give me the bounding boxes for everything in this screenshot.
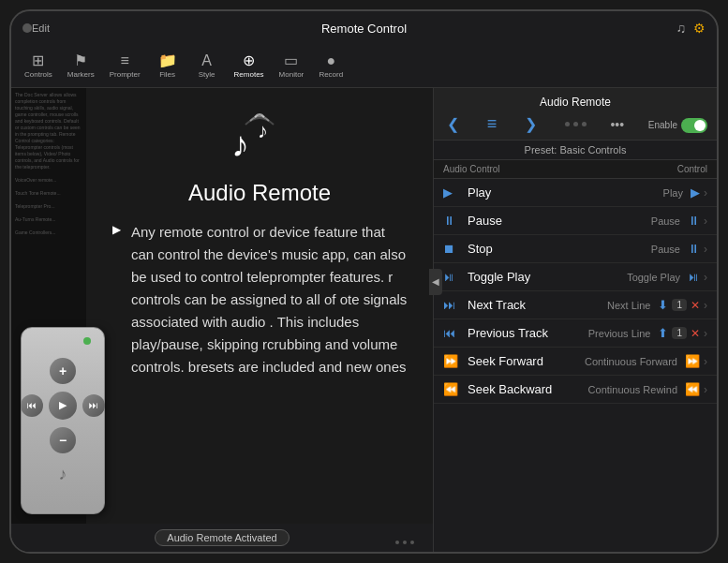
seek-fwd-action: Continuous Forward <box>585 356 677 367</box>
controls-icon: ⊞ <box>32 53 44 68</box>
seek-bwd-action-icon: ⏪ <box>685 382 700 396</box>
next-track-name: Next Track <box>464 298 607 312</box>
col-control: Control <box>677 164 707 174</box>
toggle-thumb <box>694 120 706 131</box>
prev-track-action: Previous Line <box>588 328 651 339</box>
control-stop[interactable]: ⏹ Stop Pause ⏸ › <box>434 235 717 263</box>
window-title: Remote Control <box>321 22 407 36</box>
play-action: Play <box>663 187 683 199</box>
stop-icon: ⏹ <box>443 242 464 256</box>
files-label: Files <box>159 70 175 79</box>
remote-play-button[interactable]: ▶ <box>49 392 77 420</box>
record-icon: ● <box>326 53 335 68</box>
control-list-header: Audio Control Control <box>434 160 717 179</box>
next-track-x[interactable]: ✕ <box>691 299 700 312</box>
ar-dot-1 <box>565 122 570 126</box>
next-track-chevron: › <box>704 299 707 312</box>
play-chevron: › <box>704 186 707 200</box>
ar-next-nav[interactable]: ❯ <box>521 115 541 133</box>
control-previous-track[interactable]: ⏮ Previous Track Previous Line ⬆ 1 ✕ › <box>434 319 717 348</box>
ar-controls-row: ❮ ≡ ❯ ••• Enable <box>443 114 707 134</box>
seek-bwd-icon: ⏪ <box>443 382 464 396</box>
col-audio-control: Audio Control <box>443 164 500 174</box>
control-play[interactable]: ▶ Play Play ▶ › <box>434 179 717 207</box>
seek-bwd-chevron: › <box>704 383 707 396</box>
toolbar-remotes[interactable]: ⊕ Remotes <box>229 52 270 81</box>
settings-icon[interactable]: ⚙ <box>693 21 706 36</box>
control-next-track[interactable]: ⏭ Next Track Next Line ⬇ 1 ✕ › <box>434 291 717 319</box>
doc-description: Any remote control or device feature tha… <box>109 221 410 378</box>
toolbar-markers[interactable]: ⚑ Markers <box>62 52 100 81</box>
play-name: Play <box>464 185 663 200</box>
stop-action: Pause <box>651 244 680 255</box>
toolbar-monitor[interactable]: ▭ Monitor <box>274 52 310 81</box>
remote-widget: + ⏮ ▶ ⏭ − ♪ <box>21 327 105 514</box>
ar-more-button[interactable]: ••• <box>610 117 624 132</box>
main-content: The Doc Server allows allows completion … <box>11 88 717 552</box>
remote-music-note: ♪ <box>59 465 67 484</box>
remotes-label: Remotes <box>234 70 264 79</box>
prompter-label: Prompter <box>110 70 141 79</box>
sidebar-doc-text: The Doc Server allows allows completion … <box>11 88 86 240</box>
svg-text:♪: ♪ <box>258 119 268 142</box>
edit-label[interactable]: Edit <box>32 22 50 34</box>
preset-label: Preset: Basic Controls <box>525 144 627 156</box>
pause-action-icon: ⏸ <box>688 214 700 228</box>
toggle-play-chevron: › <box>704 271 707 284</box>
seek-fwd-chevron: › <box>704 355 707 368</box>
stop-name: Stop <box>464 242 651 256</box>
doc-main: ♪ ♪ Audio Remote Any remote control or d… <box>86 88 433 524</box>
prev-track-x[interactable]: ✕ <box>691 327 700 340</box>
remotes-icon: ⊕ <box>243 53 255 68</box>
markers-label: Markers <box>67 70 95 79</box>
remote-minus-button[interactable]: − <box>50 427 76 453</box>
toolbar-style[interactable]: A Style <box>189 52 225 81</box>
top-bar: Edit Remote Control ♫ ⚙ <box>11 11 717 45</box>
next-track-action-icon: ⬇ <box>658 298 668 312</box>
top-bar-right: ♫ ⚙ <box>676 21 706 36</box>
toolbar-prompter[interactable]: ≡ Prompter <box>104 52 146 81</box>
next-track-icon: ⏭ <box>443 298 464 312</box>
enable-toggle[interactable] <box>681 118 707 133</box>
play-action-icon: ▶ <box>691 185 700 200</box>
ar-equalizer-icon[interactable]: ≡ <box>487 114 498 134</box>
prev-track-icon: ⏮ <box>443 326 464 340</box>
control-seek-backward[interactable]: ⏪ Seek Backward Continuous Rewind ⏪ › <box>434 376 717 404</box>
remote-next-button[interactable]: ⏭ <box>82 394 105 417</box>
prompter-icon: ≡ <box>120 53 128 68</box>
prev-track-badge: 1 <box>672 327 687 339</box>
audio-remote-header: Audio Remote ❮ ≡ ❯ ••• Enable <box>434 88 717 141</box>
toggle-play-action: Toggle Play <box>627 272 680 283</box>
ar-nav-dots <box>565 122 587 126</box>
panel-collapse-button[interactable]: ◀ <box>429 269 442 295</box>
activated-badge: Audio Remote Activated <box>155 529 289 546</box>
control-toggle-play[interactable]: ⏯ Toggle Play Toggle Play ⏯ › <box>434 263 717 291</box>
toggle-play-icon: ⏯ <box>443 270 464 284</box>
stop-action-icon: ⏸ <box>688 242 700 256</box>
seek-fwd-icon: ⏩ <box>443 354 464 368</box>
style-icon: A <box>201 53 212 68</box>
stop-chevron: › <box>704 243 707 256</box>
progress-dot-2 <box>403 541 407 544</box>
control-list: ▶ Play Play ▶ › ⏸ Pause Pause ⏸ › ⏹ <box>434 179 717 552</box>
control-seek-forward[interactable]: ⏩ Seek Forward Continuous Forward ⏩ › <box>434 348 717 376</box>
toolbar-files[interactable]: 📁 Files <box>150 52 186 81</box>
toolbar-record[interactable]: ● Record <box>313 52 349 81</box>
pause-chevron: › <box>704 215 707 228</box>
control-pause[interactable]: ⏸ Pause Pause ⏸ › <box>434 207 717 235</box>
remote-prev-button[interactable]: ⏮ <box>21 394 43 417</box>
svg-text:♪: ♪ <box>231 125 249 164</box>
device-frame: Edit Remote Control ♫ ⚙ ⊞ Controls ⚑ Mar… <box>9 9 719 554</box>
seek-bwd-name: Seek Backward <box>464 382 588 396</box>
left-panel: The Doc Server allows allows completion … <box>11 88 433 552</box>
files-icon: 📁 <box>158 53 177 68</box>
seek-bwd-action: Continuous Rewind <box>588 384 677 395</box>
prev-track-chevron: › <box>704 327 707 340</box>
seek-fwd-action-icon: ⏩ <box>685 354 700 368</box>
toggle-play-name: Toggle Play <box>464 270 627 284</box>
remote-plus-button[interactable]: + <box>50 358 76 384</box>
audio-remote-icon: ♪ ♪ <box>222 107 297 172</box>
enable-label: Enable <box>648 120 677 130</box>
toolbar-controls[interactable]: ⊞ Controls <box>19 52 58 81</box>
ar-prev-nav[interactable]: ❮ <box>443 115 463 133</box>
